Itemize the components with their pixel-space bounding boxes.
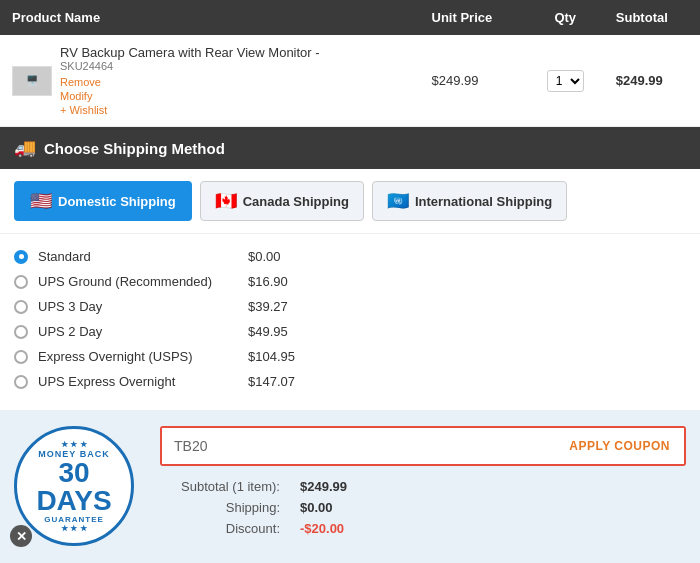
badge-stars: ★ ★ ★	[61, 440, 86, 449]
option-label-express-usps: Express Overnight (USPS)	[38, 349, 238, 364]
tab-domestic-label: Domestic Shipping	[58, 194, 176, 209]
shipping-label: Shipping:	[160, 500, 280, 515]
tab-canada[interactable]: 🇨🇦 Canada Shipping	[200, 181, 364, 221]
tab-canada-label: Canada Shipping	[243, 194, 349, 209]
close-icon: ✕	[16, 529, 27, 544]
radio-ups-express[interactable]	[14, 375, 28, 389]
option-label-ups-3day: UPS 3 Day	[38, 299, 238, 314]
shipping-option-express-usps[interactable]: Express Overnight (USPS) $104.95	[14, 344, 686, 369]
badge-days: 30 DAYS	[17, 459, 131, 515]
subtotal-amount: $249.99	[300, 479, 347, 494]
radio-ups-2day[interactable]	[14, 325, 28, 339]
shipping-title: Choose Shipping Method	[44, 140, 225, 157]
close-button[interactable]: ✕	[10, 525, 32, 547]
right-section: APPLY COUPON Subtotal (1 item): $249.99 …	[160, 426, 686, 539]
canada-flag-icon: 🇨🇦	[215, 190, 237, 212]
option-price-express-usps: $104.95	[248, 349, 295, 364]
discount-amount: -$20.00	[300, 521, 344, 536]
subtotal-label: Subtotal (1 item):	[160, 479, 280, 494]
international-flag-icon: 🇺🇳	[387, 190, 409, 212]
unit-price: $249.99	[420, 35, 527, 127]
option-label-ups-ground: UPS Ground (Recommended)	[38, 274, 238, 289]
subtotal-row: Subtotal (1 item): $249.99	[160, 476, 686, 497]
tab-international[interactable]: 🇺🇳 International Shipping	[372, 181, 567, 221]
shipping-options: Standard $0.00 UPS Ground (Recommended) …	[0, 234, 700, 410]
coupon-box: APPLY COUPON	[160, 426, 686, 466]
shipping-option-ups-2day[interactable]: UPS 2 Day $49.95	[14, 319, 686, 344]
shipping-option-ups-3day[interactable]: UPS 3 Day $39.27	[14, 294, 686, 319]
col-unit-price: Unit Price	[420, 0, 527, 35]
truck-icon: 🚚	[14, 137, 36, 159]
option-price-ups-3day: $39.27	[248, 299, 288, 314]
coupon-input[interactable]	[162, 428, 555, 464]
col-qty: Qty	[527, 0, 604, 35]
shipping-amount: $0.00	[300, 500, 333, 515]
col-subtotal: Subtotal	[604, 0, 700, 35]
shipping-option-ups-ground[interactable]: UPS Ground (Recommended) $16.90	[14, 269, 686, 294]
option-price-ups-2day: $49.95	[248, 324, 288, 339]
badge-stars-bottom: ★ ★ ★	[61, 524, 86, 533]
radio-standard[interactable]	[14, 250, 28, 264]
shipping-row: Shipping: $0.00	[160, 497, 686, 518]
modify-link[interactable]: Modify	[60, 90, 320, 102]
option-label-standard: Standard	[38, 249, 238, 264]
product-sku: SKU24464	[60, 60, 320, 72]
option-price-ups-express: $147.07	[248, 374, 295, 389]
option-label-ups-express: UPS Express Overnight	[38, 374, 238, 389]
product-table: Product Name Unit Price Qty Subtotal 🖥️ …	[0, 0, 700, 127]
shipping-section: 🚚 Choose Shipping Method 🇺🇸 Domestic Shi…	[0, 127, 700, 410]
tab-international-label: International Shipping	[415, 194, 552, 209]
option-price-ups-ground: $16.90	[248, 274, 288, 289]
remove-link[interactable]: Remove	[60, 76, 320, 88]
qty-cell: 1 2 3	[527, 35, 604, 127]
monitor-icon: 🖥️	[26, 75, 38, 86]
radio-ups-3day[interactable]	[14, 300, 28, 314]
product-thumbnail: 🖥️	[12, 66, 52, 96]
radio-express-usps[interactable]	[14, 350, 28, 364]
qty-select[interactable]: 1 2 3	[547, 70, 584, 92]
badge-guarantee: GUARANTEE	[44, 515, 104, 524]
product-name: RV Backup Camera with Rear View Monitor …	[60, 45, 320, 60]
col-product: Product Name	[0, 0, 420, 35]
discount-row: Discount: -$20.00	[160, 518, 686, 539]
wishlist-link[interactable]: + Wishlist	[60, 104, 320, 116]
table-row: 🖥️ RV Backup Camera with Rear View Monit…	[0, 35, 700, 127]
shipping-option-ups-express[interactable]: UPS Express Overnight $147.07	[14, 369, 686, 394]
shipping-header: 🚚 Choose Shipping Method	[0, 127, 700, 169]
apply-coupon-button[interactable]: APPLY COUPON	[555, 428, 684, 464]
bottom-section: ★ ★ ★ MONEY BACK 30 DAYS GUARANTEE ★ ★ ★…	[0, 410, 700, 563]
domestic-flag-icon: 🇺🇸	[30, 190, 52, 212]
discount-label: Discount:	[160, 521, 280, 536]
shipping-option-standard[interactable]: Standard $0.00	[14, 244, 686, 269]
tab-domestic[interactable]: 🇺🇸 Domestic Shipping	[14, 181, 192, 221]
option-label-ups-2day: UPS 2 Day	[38, 324, 238, 339]
option-price-standard: $0.00	[248, 249, 281, 264]
shipping-tabs: 🇺🇸 Domestic Shipping 🇨🇦 Canada Shipping …	[0, 169, 700, 234]
radio-ups-ground[interactable]	[14, 275, 28, 289]
subtotal-value: $249.99	[604, 35, 700, 127]
guarantee-badge: ★ ★ ★ MONEY BACK 30 DAYS GUARANTEE ★ ★ ★	[14, 426, 144, 556]
